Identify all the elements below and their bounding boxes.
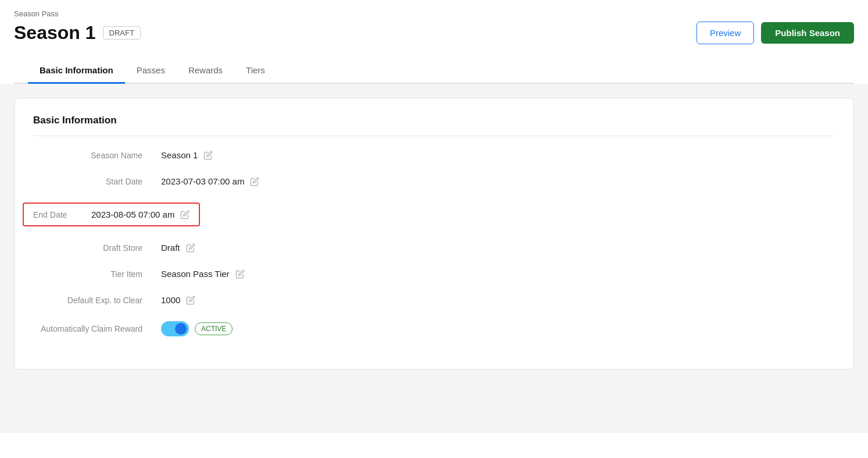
tabs: Basic Information Passes Rewards Tiers xyxy=(14,58,854,84)
tab-rewards[interactable]: Rewards xyxy=(177,58,234,84)
basic-information-card: Basic Information Season Name Season 1 S… xyxy=(14,98,854,370)
title-left: Season 1 DRAFT xyxy=(14,22,141,44)
page-wrapper: Season Pass Season 1 DRAFT Preview Publi… xyxy=(0,0,868,458)
pencil-svg xyxy=(186,243,195,253)
card-title: Basic Information xyxy=(33,115,835,136)
end-date-value-wrapper: 2023-08-05 07:00 am xyxy=(91,210,190,219)
default-exp-row: Default Exp. to Clear 1000 xyxy=(33,295,835,305)
auto-claim-value-wrapper: ACTIVE xyxy=(161,321,233,336)
season-name-row: Season Name Season 1 xyxy=(33,150,835,160)
publish-button[interactable]: Publish Season xyxy=(761,22,854,44)
active-badge: ACTIVE xyxy=(195,322,233,335)
header-actions: Preview Publish Season xyxy=(696,22,854,44)
season-name-value-wrapper: Season 1 xyxy=(161,150,213,160)
end-date-edit-icon[interactable] xyxy=(180,210,190,219)
pencil-svg xyxy=(203,151,213,160)
pencil-svg xyxy=(186,296,195,305)
preview-button[interactable]: Preview xyxy=(696,22,754,44)
end-date-value: 2023-08-05 07:00 am xyxy=(91,210,174,219)
tier-item-value: Season Pass Tier xyxy=(161,269,230,279)
pencil-svg xyxy=(250,177,259,186)
toggle-wrapper: ACTIVE xyxy=(161,321,233,336)
tier-item-value-wrapper: Season Pass Tier xyxy=(161,269,245,279)
tab-basic-information[interactable]: Basic Information xyxy=(28,58,125,84)
season-name-value: Season 1 xyxy=(161,150,198,160)
auto-claim-label: Automatically Claim Reward xyxy=(33,324,161,333)
default-exp-label: Default Exp. to Clear xyxy=(33,296,161,305)
breadcrumb: Season Pass xyxy=(14,9,854,18)
season-name-label: Season Name xyxy=(33,151,161,160)
pencil-svg xyxy=(180,210,190,219)
draft-badge: DRAFT xyxy=(103,26,141,40)
season-name-edit-icon[interactable] xyxy=(203,151,213,160)
page-title: Season 1 xyxy=(14,22,96,44)
content-area: Basic Information Season Name Season 1 S… xyxy=(0,84,868,433)
header: Season Pass Season 1 DRAFT Preview Publi… xyxy=(0,0,868,84)
end-date-label: End Date xyxy=(33,210,91,219)
auto-claim-toggle[interactable] xyxy=(161,321,189,336)
tab-passes[interactable]: Passes xyxy=(125,58,177,84)
start-date-label: Start Date xyxy=(33,177,161,186)
default-exp-value: 1000 xyxy=(161,295,180,305)
tab-tiers[interactable]: Tiers xyxy=(234,58,277,84)
start-date-row: Start Date 2023-07-03 07:00 am xyxy=(33,176,835,186)
tier-item-row: Tier Item Season Pass Tier xyxy=(33,269,835,279)
default-exp-edit-icon[interactable] xyxy=(186,296,195,305)
draft-store-value-wrapper: Draft xyxy=(161,243,195,253)
end-date-row: End Date 2023-08-05 07:00 am xyxy=(23,203,200,226)
title-row: Season 1 DRAFT Preview Publish Season xyxy=(14,22,854,44)
auto-claim-row: Automatically Claim Reward ACTIVE xyxy=(33,321,835,336)
start-date-edit-icon[interactable] xyxy=(250,177,259,186)
start-date-value: 2023-07-03 07:00 am xyxy=(161,176,244,186)
default-exp-value-wrapper: 1000 xyxy=(161,295,195,305)
tier-item-label: Tier Item xyxy=(33,269,161,279)
draft-store-label: Draft Store xyxy=(33,243,161,253)
draft-store-value: Draft xyxy=(161,243,180,253)
toggle-slider xyxy=(161,321,189,336)
draft-store-edit-icon[interactable] xyxy=(186,243,195,253)
tier-item-edit-icon[interactable] xyxy=(235,269,245,279)
start-date-value-wrapper: 2023-07-03 07:00 am xyxy=(161,176,259,186)
draft-store-row: Draft Store Draft xyxy=(33,243,835,253)
pencil-svg xyxy=(235,269,245,279)
